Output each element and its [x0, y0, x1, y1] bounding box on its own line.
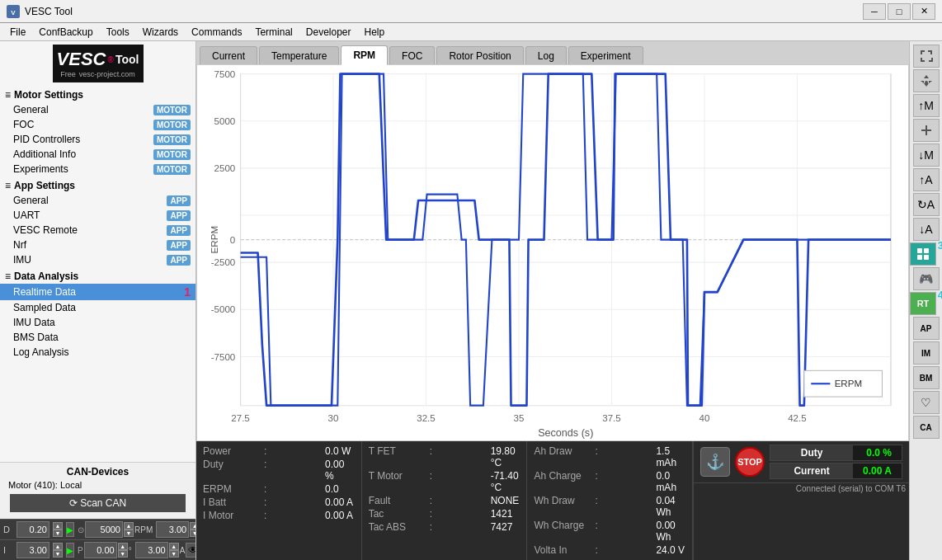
toolbar-btn-im[interactable]: IM	[913, 341, 940, 365]
action-buttons: ⚓ STOP Duty 0.0 % Current 0.00 A	[694, 441, 909, 483]
menu-tools[interactable]: Tools	[100, 25, 136, 40]
power-sep: :	[264, 445, 322, 457]
toolbar-btn-down[interactable]: ↓M	[913, 144, 940, 167]
tab-rpm[interactable]: RPM	[341, 45, 388, 65]
duty-value: 0.00 %	[325, 459, 355, 482]
i-input[interactable]	[16, 542, 49, 558]
sidebar-item-sampled-data[interactable]: Sampled Data	[0, 300, 195, 315]
menu-terminal[interactable]: Terminal	[248, 25, 299, 40]
svg-text:2500: 2500	[214, 162, 236, 173]
speed-spin-down[interactable]: ▼	[124, 529, 134, 537]
sidebar-item-additional-info[interactable]: Additional Info MOTOR	[0, 147, 195, 162]
minimize-button[interactable]: ─	[863, 3, 886, 20]
d-spinners: ▲ ▼	[53, 522, 63, 537]
tab-foc[interactable]: FOC	[389, 46, 435, 65]
toolbar-btn-gamepad[interactable]: 🎮	[913, 267, 940, 290]
toolbar-btn-ap[interactable]: AP	[913, 317, 940, 340]
toolbar-btn-pan[interactable]	[913, 69, 940, 92]
ib-spinners: ▲ ▼	[190, 522, 196, 537]
i-play-button[interactable]: ▶	[66, 543, 74, 558]
vesc-free: Free	[60, 70, 76, 78]
status-row-tfet: T FET : 19.80 °C	[369, 445, 520, 469]
toolbar-btn-fav[interactable]: ♡	[913, 391, 940, 414]
sidebar-item-log-analysis[interactable]: Log Analysis	[0, 345, 195, 360]
scan-can-button[interactable]: ⟳ Scan CAN	[10, 494, 186, 512]
stop-button[interactable]: STOP	[735, 447, 765, 477]
toolbar-btn-rt[interactable]: RT	[910, 292, 936, 315]
p-input[interactable]	[84, 542, 117, 558]
hb-eye-button[interactable]: 👁	[186, 543, 196, 558]
tab-experiment[interactable]: Experiment	[568, 46, 643, 65]
registered-mark: ®	[108, 55, 114, 64]
ahdraw-sep: :	[595, 445, 652, 468]
ib-spin-down[interactable]: ▼	[190, 529, 196, 537]
hb-spin-group: ▲ ▼ A 👁	[135, 542, 196, 558]
sidebar-item-realtime-data[interactable]: Realtime Data 1	[0, 284, 195, 300]
ib-spin-up[interactable]: ▲	[190, 522, 196, 529]
sidebar-item-pid-controllers[interactable]: PID Controllers MOTOR	[0, 132, 195, 147]
duty-bar: Duty 0.0 %	[770, 445, 902, 461]
toolbar-btn-zoom-in[interactable]	[913, 119, 940, 142]
toolbar-btn-rotate[interactable]: ↻A	[913, 193, 940, 216]
imotor-value: 0.00 A	[325, 510, 353, 521]
toolbar-btn-fullscreen[interactable]	[913, 45, 940, 68]
d-input[interactable]	[16, 521, 49, 538]
i-spin-up[interactable]: ▲	[53, 543, 63, 550]
svg-text:-2500: -2500	[211, 256, 236, 267]
menu-help[interactable]: Help	[358, 25, 392, 40]
toolbar-btn-up-a[interactable]: ↑A	[913, 168, 940, 191]
toolbar-btn-can[interactable]	[910, 242, 936, 266]
i-spin-down[interactable]: ▼	[53, 550, 63, 558]
d-spin-down[interactable]: ▼	[53, 529, 63, 537]
vesc-brand: VESC	[57, 49, 106, 70]
toolbar-btn-ca[interactable]: CA	[913, 416, 940, 439]
svg-text:-5000: -5000	[211, 304, 236, 314]
sidebar-item-uart[interactable]: UART APP	[0, 208, 195, 223]
toolbar-btn-up[interactable]: ↑M	[913, 94, 940, 117]
p-spin-down[interactable]: ▼	[118, 550, 128, 558]
menu-confbackup[interactable]: ConfBackup	[32, 25, 99, 40]
svg-text:42.5: 42.5	[788, 412, 807, 423]
anchor-button[interactable]: ⚓	[700, 447, 730, 477]
sidebar-item-bms-data[interactable]: BMS Data	[0, 330, 195, 345]
d-spin-up[interactable]: ▲	[53, 522, 63, 529]
hb-input[interactable]	[135, 542, 168, 558]
sidebar-item-experiments[interactable]: Experiments MOTOR	[0, 162, 195, 176]
sidebar-item-app-general[interactable]: General APP	[0, 193, 195, 208]
svg-text:7500: 7500	[214, 68, 236, 79]
tab-current[interactable]: Current	[200, 46, 257, 65]
sidebar-item-imu[interactable]: IMU APP	[0, 252, 195, 267]
fault-label: Fault	[369, 495, 426, 506]
menu-commands[interactable]: Commands	[185, 25, 248, 40]
tab-rotor-position[interactable]: Rotor Position	[436, 46, 523, 65]
sidebar-item-motor-general[interactable]: General MOTOR	[0, 102, 195, 117]
svg-text:V: V	[11, 9, 16, 16]
speed-spin-up[interactable]: ▲	[124, 522, 134, 529]
hb-spin-down[interactable]: ▼	[169, 550, 179, 558]
tab-temperature[interactable]: Temperature	[259, 46, 339, 65]
imotor-label: I Motor	[203, 510, 261, 521]
can-devices-title: CAN-Devices	[5, 466, 191, 478]
close-button[interactable]: ✕	[912, 3, 935, 20]
tab-log[interactable]: Log	[525, 46, 567, 65]
sidebar-item-imu-data[interactable]: IMU Data	[0, 315, 195, 330]
toolbar-btn-bm[interactable]: BM	[913, 366, 940, 389]
menu-wizards[interactable]: Wizards	[136, 25, 185, 40]
main-layout: VESC ® Tool Free vesc-project.com Motor …	[0, 41, 942, 560]
ib-input[interactable]	[156, 521, 189, 538]
sidebar-item-vesc-remote[interactable]: VESC Remote APP	[0, 223, 195, 238]
toolbar-btn-down-a[interactable]: ↓A	[913, 218, 940, 241]
d-play-button[interactable]: ▶	[66, 522, 74, 537]
menu-file[interactable]: File	[3, 25, 32, 40]
p-spin-up[interactable]: ▲	[118, 543, 128, 550]
sidebar-item-nrf[interactable]: Nrf APP	[0, 238, 195, 252]
status-row-whdraw: Wh Draw : 0.04 Wh	[534, 494, 685, 519]
speed-input[interactable]	[85, 521, 123, 538]
current-bar: Current 0.00 A	[770, 463, 902, 479]
status-row-erpm: ERPM : 0.0	[203, 482, 355, 496]
logo-area: VESC ® Tool Free vesc-project.com	[0, 41, 195, 86]
hb-spin-up[interactable]: ▲	[169, 543, 179, 550]
sidebar-item-motor-foc[interactable]: FOC MOTOR	[0, 117, 195, 132]
maximize-button[interactable]: □	[888, 3, 911, 20]
menu-developer[interactable]: Developer	[299, 25, 358, 40]
